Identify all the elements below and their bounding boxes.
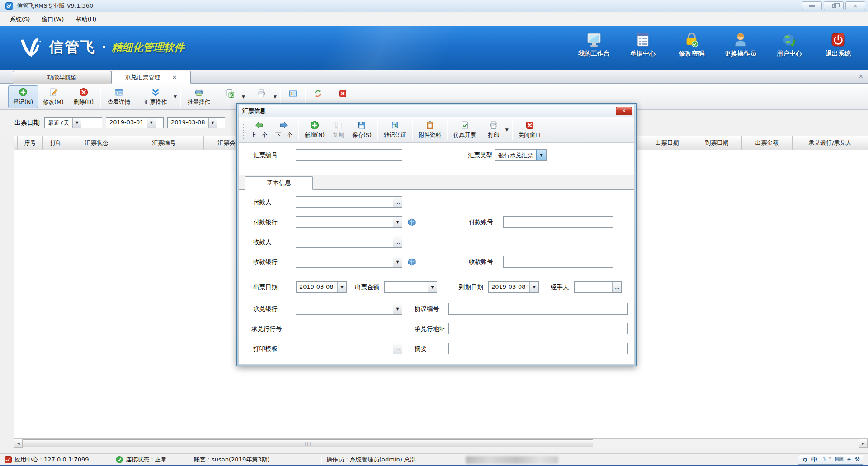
dialog-print-button[interactable]: 打印 [484, 118, 504, 141]
dialog-close-button[interactable]: ✕ [616, 107, 632, 115]
lookup-icon[interactable]: … [612, 282, 621, 292]
ime-logo-icon[interactable]: Q [802, 457, 808, 463]
column-amount[interactable]: 出票金额 [742, 136, 793, 150]
dropdown-icon[interactable]: ▼ [393, 217, 402, 227]
column-accept-bank[interactable]: 承兑银行/承兑人 [793, 136, 868, 150]
document-center-button[interactable]: 单据中心 [626, 32, 660, 58]
modify-button[interactable]: 修改(M) [38, 85, 69, 108]
ime-moon-icon[interactable]: ☽ [821, 455, 826, 464]
bill-type-combo[interactable]: 银行承兑汇票 ▼ [495, 149, 547, 161]
issue-date-combo[interactable]: 2019-03-08▼ [296, 281, 347, 293]
dropdown-icon[interactable]: ▼ [147, 118, 156, 128]
due-date-combo[interactable]: 2019-03-08▼ [488, 281, 539, 293]
attachments-button[interactable]: 附件资料 [415, 118, 445, 141]
dropdown-icon[interactable]: ▼ [208, 118, 217, 128]
post-voucher-button[interactable]: 转记凭证 [380, 118, 410, 141]
dialog-toolbar-grip[interactable] [242, 121, 244, 139]
payee-input[interactable]: … [296, 236, 402, 248]
amount-combo[interactable]: ▼ [384, 281, 437, 293]
tab-bill-management[interactable]: 承兑汇票管理 ✕ [111, 71, 191, 84]
horizontal-scrollbar[interactable]: ◄ ∣∣∣ ► [14, 438, 868, 448]
toolbar-grip[interactable] [4, 88, 6, 106]
column-print[interactable]: 打印 [43, 136, 69, 150]
switch-operator-button[interactable]: 更换操作员 [723, 32, 758, 58]
column-arrive-date[interactable]: 到票日期 [692, 136, 742, 150]
dialog-copy-button[interactable]: 复制 [329, 118, 348, 141]
ime-keyboard-icon[interactable]: ⌨ [835, 455, 844, 464]
scroll-right-icon[interactable]: ► [859, 439, 868, 448]
bank-book-icon[interactable] [407, 257, 417, 267]
filter-grip[interactable] [4, 114, 6, 132]
lookup-icon[interactable]: … [393, 197, 402, 207]
menu-window[interactable]: 窗口(W) [36, 14, 69, 25]
bill-operations-button[interactable]: 汇票操作 [139, 85, 172, 108]
print-template-input[interactable]: … [296, 343, 402, 354]
scroll-left-icon[interactable]: ◄ [14, 439, 23, 448]
dropdown-icon[interactable]: ▼ [529, 282, 538, 292]
bank-book-icon[interactable] [407, 217, 417, 227]
dialog-new-button[interactable]: 新增(N) [301, 118, 329, 141]
dropdown-icon[interactable]: ▼ [393, 256, 402, 267]
workbench-button[interactable]: 我的工作台 [577, 32, 611, 58]
column-status[interactable]: 汇票状态 [69, 136, 124, 150]
summary-input[interactable] [448, 343, 628, 354]
date-from-combo[interactable]: 2019-03-01 ▼ [106, 117, 164, 128]
view-details-button[interactable]: 查看详情 [103, 85, 135, 108]
dropdown-icon[interactable]: ▼ [536, 150, 546, 160]
user-center-button[interactable]: 用户中心 [772, 32, 807, 58]
bill-no-input[interactable] [296, 149, 402, 161]
ime-language-icon[interactable]: 中 [811, 455, 817, 464]
column-seq[interactable]: 序号 [18, 136, 43, 150]
date-preset-combo[interactable]: 最近7天 ▼ [44, 117, 102, 128]
dropdown-icon[interactable]: ▼ [393, 303, 402, 314]
accept-bank-combo[interactable]: ▼ [296, 303, 402, 315]
column-bill-no[interactable]: 汇票编号 [124, 136, 204, 150]
ime-punctuation-icon[interactable]: ’’ [829, 455, 831, 464]
lookup-icon[interactable]: … [393, 236, 402, 247]
date-to-combo[interactable]: 2019-03-08 ▼ [167, 117, 225, 128]
simulate-print-button[interactable]: 仿真开票 [449, 118, 480, 141]
exit-system-button[interactable]: 退出系统 [821, 32, 855, 58]
dropdown-icon[interactable]: ▼ [72, 118, 81, 128]
print-dropdown-icon[interactable]: ▼ [272, 94, 278, 99]
register-button[interactable]: 登记(N) [8, 85, 38, 108]
payer-account-input[interactable] [503, 216, 613, 228]
dialog-close-window-button[interactable]: 关闭窗口 [514, 118, 545, 141]
scrollbar-thumb[interactable]: ∣∣∣ [23, 439, 593, 447]
change-password-button[interactable]: 修改密码 [675, 32, 709, 58]
batch-operations-button[interactable]: 批量操作 [183, 85, 215, 108]
prev-record-button[interactable]: 上一个 [246, 118, 272, 141]
bill-operations-dropdown-icon[interactable]: ▼ [172, 94, 179, 99]
ime-spark-icon[interactable]: ✦ [846, 455, 851, 464]
tab-basic-info[interactable]: 基本信息 [245, 176, 313, 190]
tabstrip-close-icon[interactable]: ✕ [858, 73, 863, 80]
dialog-titlebar: 汇票信息 ✕ [238, 105, 635, 117]
ime-settings-icon[interactable]: ⚒ [854, 455, 860, 464]
lookup-icon[interactable]: … [393, 343, 402, 354]
export-dropdown-icon[interactable]: ▼ [240, 94, 247, 99]
dropdown-icon[interactable]: ▼ [337, 282, 346, 292]
minimize-button[interactable] [802, 1, 822, 10]
payee-account-input[interactable] [503, 256, 613, 268]
payer-bank-combo[interactable]: ▼ [296, 216, 402, 228]
agreement-no-input[interactable] [448, 303, 628, 315]
payer-input[interactable]: … [296, 196, 402, 208]
tab-navigation[interactable]: 功能导航窗 [13, 71, 111, 84]
close-button[interactable]: ✕ [845, 1, 865, 10]
handler-input[interactable]: … [574, 281, 622, 293]
tab-close-icon[interactable]: ✕ [172, 74, 177, 81]
print-dropdown-icon[interactable]: ▼ [504, 127, 510, 132]
accept-bank-no-input[interactable] [296, 323, 402, 334]
restore-button[interactable] [824, 1, 844, 10]
payee-bank-combo[interactable]: ▼ [296, 256, 402, 268]
dropdown-icon[interactable]: ▼ [428, 282, 437, 292]
accept-bank-addr-input[interactable] [448, 323, 628, 334]
scrollbar-track[interactable] [593, 439, 859, 448]
column-issue-date[interactable]: 出票日期 [642, 136, 692, 150]
menu-help[interactable]: 帮助(H) [70, 14, 102, 25]
dialog-save-button[interactable]: 保存(S) [348, 118, 376, 141]
delete-button[interactable]: 删除(D) [69, 85, 99, 108]
ime-toolbar[interactable]: Q 中 ☽ ’’ ⌨ ✦ ⚒ [798, 455, 863, 465]
next-record-button[interactable]: 下一个 [272, 118, 297, 141]
menu-system[interactable]: 系统(S) [5, 14, 35, 25]
